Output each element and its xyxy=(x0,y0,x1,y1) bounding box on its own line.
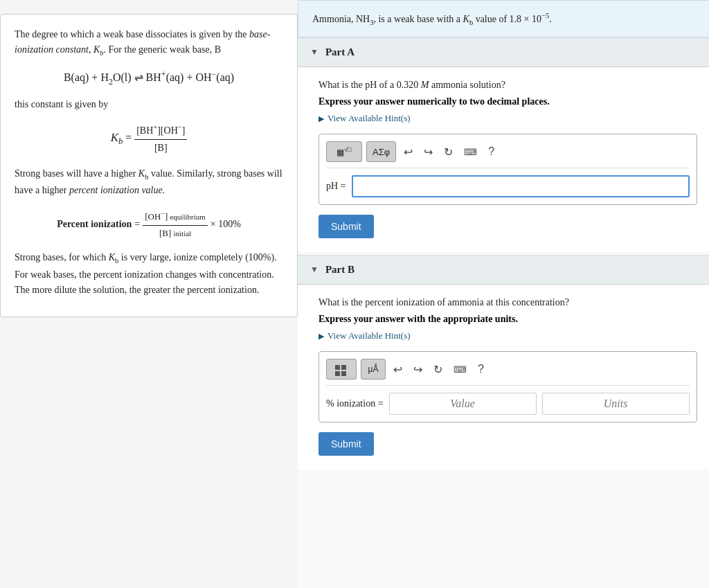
part-a-answer-label: pH = xyxy=(326,181,346,192)
part-b-express: Express your answer with the appropriate… xyxy=(318,314,697,325)
right-panel: Ammonia, NH3, is a weak base with a Kb v… xyxy=(298,0,709,588)
part-b-hint-link[interactable]: ▶ View Available Hint(s) xyxy=(318,330,697,341)
percent-ionization-formula: Percent ionization = [OH−] equilibrium [… xyxy=(15,208,283,241)
part-b-undo-btn[interactable]: ↩ xyxy=(390,362,406,377)
part-a-answer-row: pH = xyxy=(326,175,690,197)
part-b-header: ▼ Part B xyxy=(298,256,709,285)
keyboard-icon: ⌨ xyxy=(464,147,477,157)
help-icon-b: ? xyxy=(478,363,484,375)
undo-icon-b: ↩ xyxy=(393,363,402,376)
part-b-redo-btn[interactable]: ↪ xyxy=(410,362,426,377)
part-a-section: ▼ Part A What is the pH of a 0.320 M amm… xyxy=(298,37,709,252)
info-italic-term: base-ionization constant, Kb xyxy=(15,29,270,55)
part-b-submit-btn[interactable]: Submit xyxy=(318,432,374,456)
part-a-submit-btn[interactable]: Submit xyxy=(318,215,374,238)
part-a-toolbar: ▦√□ ΑΣφ ↩ ↪ ↻ ⌨ xyxy=(326,141,690,168)
part-a-express: Express your answer numerically to two d… xyxy=(318,96,697,107)
part-a-help-btn[interactable]: ? xyxy=(485,144,498,159)
greek-icon: ΑΣφ xyxy=(373,147,390,157)
part-a-hint-arrow: ▶ xyxy=(318,114,324,123)
redo-icon: ↪ xyxy=(424,145,433,159)
part-b-units-btn[interactable]: μÅ xyxy=(361,359,386,380)
info-box: The degree to which a weak base dissocia… xyxy=(0,14,298,317)
part-a-undo-btn[interactable]: ↩ xyxy=(400,144,416,160)
part-b-answer-row: % ionization = xyxy=(326,393,690,415)
kb-formula: Kb = [BH+][OH−] [B] xyxy=(15,122,283,156)
part-b-reset-btn[interactable]: ↻ xyxy=(430,362,446,377)
part-b-label: Part B xyxy=(325,264,354,276)
keyboard-icon-b: ⌨ xyxy=(454,364,467,375)
part-a-template-btn[interactable]: ▦√□ xyxy=(326,141,362,162)
help-icon: ? xyxy=(488,145,494,158)
undo-icon: ↩ xyxy=(404,145,413,159)
part-a-input-box: ▦√□ ΑΣφ ↩ ↪ ↻ ⌨ xyxy=(318,134,697,205)
part-b-hint-text: View Available Hint(s) xyxy=(327,330,411,341)
reset-icon: ↻ xyxy=(444,145,453,159)
part-a-greek-btn[interactable]: ΑΣφ xyxy=(366,141,396,162)
intro-banner: Ammonia, NH3, is a weak base with a Kb v… xyxy=(298,0,709,37)
part-b-keyboard-btn[interactable]: ⌨ xyxy=(450,363,470,376)
part-a-reset-btn[interactable]: ↻ xyxy=(440,144,456,160)
generic-equation: B(aq) + H2O(l) ⇌ BH+(aq) + OH−(aq) xyxy=(15,68,283,89)
part-a-header: ▼ Part A xyxy=(298,38,709,67)
part-a-arrow[interactable]: ▼ xyxy=(310,47,318,57)
part-b-units-input[interactable] xyxy=(542,393,690,415)
part-a-answer-input[interactable] xyxy=(352,175,690,197)
template-icon: ▦√□ xyxy=(336,146,351,157)
part-b-body: What is the percent ionization of ammoni… xyxy=(298,285,709,470)
part-b-help-btn[interactable]: ? xyxy=(474,362,487,377)
part-a-hint-text: View Available Hint(s) xyxy=(327,113,411,124)
part-b-toolbar: μÅ ↩ ↪ ↻ ⌨ ? xyxy=(326,359,690,386)
part-b-question: What is the percent ionization of ammoni… xyxy=(318,297,697,308)
part-a-question: What is the pH of a 0.320 M ammonia solu… xyxy=(318,80,697,91)
part-b-section: ▼ Part B What is the percent ionization … xyxy=(298,255,709,470)
strong-bases-note: Strong bases, for which Kb is very large… xyxy=(15,250,283,298)
intro-text: Ammonia, NH3, is a weak base with a Kb v… xyxy=(312,14,552,24)
part-b-answer-label: % ionization = xyxy=(326,398,384,409)
part-a-label: Part A xyxy=(325,46,354,58)
template-icon-b xyxy=(335,362,348,376)
part-a-redo-btn[interactable]: ↪ xyxy=(420,144,436,160)
part-a-hint-link[interactable]: ▶ View Available Hint(s) xyxy=(318,113,697,124)
redo-icon-b: ↪ xyxy=(413,363,422,376)
part-a-body: What is the pH of a 0.320 M ammonia solu… xyxy=(298,67,709,252)
part-b-value-input[interactable] xyxy=(389,393,537,415)
part-b-input-box: μÅ ↩ ↪ ↻ ⌨ ? xyxy=(318,351,697,422)
part-b-template-btn[interactable] xyxy=(326,359,357,380)
part-b-hint-arrow: ▶ xyxy=(318,332,324,341)
info-intro: The degree to which a weak base dissocia… xyxy=(15,27,283,60)
part-b-arrow[interactable]: ▼ xyxy=(310,265,318,275)
reset-icon-b: ↻ xyxy=(433,363,442,376)
strong-bases-text: Strong bases will have a higher Kb value… xyxy=(15,166,283,199)
constant-intro: this constant is given by xyxy=(15,97,283,112)
left-panel: The degree to which a weak base dissocia… xyxy=(0,0,298,588)
units-icon: μÅ xyxy=(368,364,379,374)
part-a-keyboard-btn[interactable]: ⌨ xyxy=(460,145,481,159)
